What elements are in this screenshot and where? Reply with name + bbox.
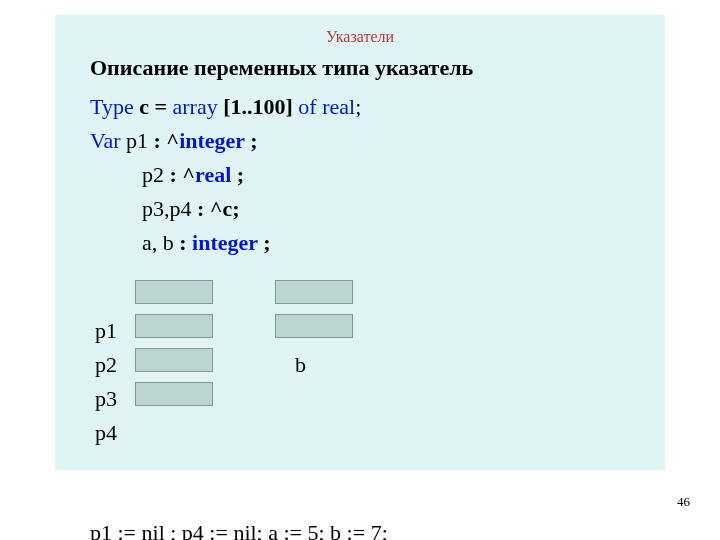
code-block: Type c = array [1..100] of real; Var p1 … (90, 90, 361, 260)
lbl-b: b (295, 348, 306, 382)
p1-name: p1 (121, 128, 154, 153)
kw-of: of (298, 94, 322, 119)
ab-name: a, b (142, 230, 179, 255)
page-number: 46 (677, 494, 690, 510)
kw-var: Var (90, 128, 121, 153)
ab-semi: ; (258, 230, 271, 255)
type-name: c (134, 94, 155, 119)
array-bounds: [1..100] (223, 94, 298, 119)
lbl-p2: p2 (95, 348, 117, 382)
ab-colon: : (179, 230, 192, 255)
p1-colon-caret: : ^ (154, 128, 180, 153)
box-a (275, 280, 353, 304)
slide-title: Указатели (55, 28, 665, 46)
box-b (275, 314, 353, 338)
box-p4 (135, 382, 213, 406)
lbl-p1: p1 (95, 314, 117, 348)
semi-1: ; (355, 94, 361, 119)
lbl-p4: p4 (95, 416, 117, 450)
kw-real: real (322, 94, 355, 119)
box-p1 (135, 280, 213, 304)
kw-real-2: real (195, 162, 231, 187)
p2-colon-caret: : ^ (170, 162, 196, 187)
box-p2 (135, 314, 213, 338)
p1-semi: ; (245, 128, 258, 153)
kw-array: array (172, 94, 223, 119)
kw-integer-1: integer (179, 128, 245, 153)
section-heading: Описание переменных типа указатель (90, 55, 473, 81)
kw-type: Type (90, 94, 134, 119)
lbl-p3: p3 (95, 382, 117, 416)
p2-name: p2 (142, 162, 170, 187)
p34-name: p3,p4 (142, 196, 197, 221)
box-p3 (135, 348, 213, 372)
p34-type: : ^c; (197, 196, 240, 221)
kw-integer-2: integer (192, 230, 258, 255)
p2-semi: ; (231, 162, 244, 187)
footer-code: p1 := nil ; p4 := nil; a := 5; b := 7; (90, 520, 388, 540)
eq: = (154, 94, 172, 119)
